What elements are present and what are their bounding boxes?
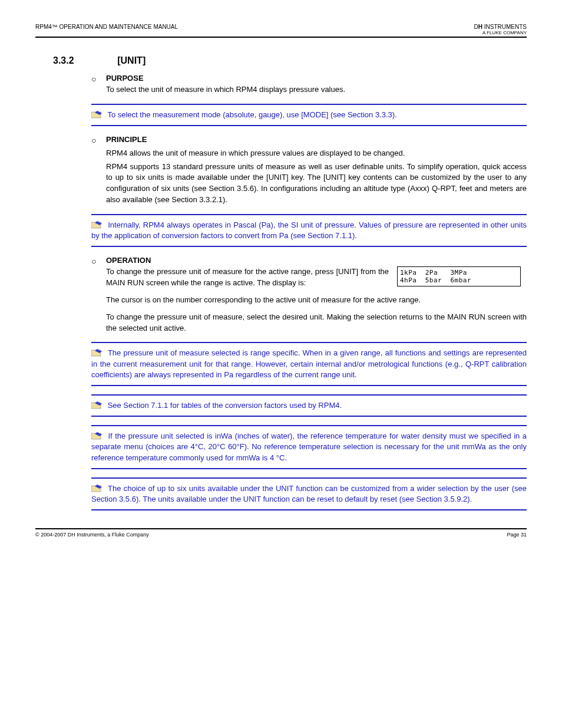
section-heading: 3.3.2 [UNIT] [53,55,527,66]
bullet-icon: ○ [91,134,106,206]
header-left: RPM4™ OPERATION AND MAINTENANCE MANUAL [35,24,178,35]
note-1-text: To select the measurement mode (absolute… [107,110,396,119]
header-right-line2: A FLUKE COMPANY [474,30,527,35]
operation-label: OPERATION [106,256,151,265]
operation-block: ○ OPERATION 1kPa 2Pa 3MPa 4hPa 5bar 6mba… [91,255,527,334]
operation-p3: To change the pressure unit of measure, … [106,312,527,334]
content: ○ PURPOSE To select the unit of measure … [91,73,527,510]
note-4-suffix: factors used by RPM4. [262,401,342,410]
purpose-label: PURPOSE [106,74,144,83]
note-icon [91,483,104,493]
note-2: Internally, RPM4 always operates in Pasc… [91,214,527,247]
page-header: RPM4™ OPERATION AND MAINTENANCE MANUAL D… [35,24,527,38]
screen-line1: 1kPa 2Pa 3MPa [400,269,467,276]
note-4-em: conversion [225,401,262,410]
principle-label: PRINCIPLE [106,135,147,144]
note-5-text: If the pressure unit selected is inWa (i… [91,431,527,462]
header-right-line1: DH INSTRUMENTS [474,24,527,30]
purpose-body: PURPOSE To select the unit of measure in… [106,73,527,95]
principle-p2: RPM4 supports 13 standard pressure units… [106,162,527,206]
purpose-text: To select the unit of measure in which R… [106,85,345,94]
note-icon [91,110,104,119]
screen-float: 1kPa 2Pa 3MPa 4hPa 5bar 6mbar [397,266,527,288]
principle-block: ○ PRINCIPLE RPM4 allows the unit of meas… [91,134,527,206]
page-footer: © 2004-2007 DH Instruments, a Fluke Comp… [35,528,527,538]
screen-line2: 4hPa 5bar 6mbar [400,276,471,284]
note-6-text: The choice of up to six units available … [91,484,527,503]
note-3: The pressure unit of measure selected is… [91,342,527,386]
footer-copyright: © 2004-2007 DH Instruments, a Fluke Comp… [35,532,149,538]
operation-p2: The cursor is on the number correspondin… [106,295,527,306]
note-3-text: The pressure unit of measure selected is… [91,348,527,378]
note-icon [91,348,104,357]
purpose-block: ○ PURPOSE To select the unit of measure … [91,73,527,95]
note-4: See Section 7.1.1 for tables of the conv… [91,394,527,417]
header-right: DH INSTRUMENTS A FLUKE COMPANY [474,24,527,35]
note-5: If the pressure unit selected is inWa (i… [91,425,527,469]
footer-page: Page 31 [507,532,527,538]
note-icon [91,220,104,229]
note-1: To select the measurement mode (absolute… [91,104,527,126]
note-icon [91,431,104,440]
bullet-icon: ○ [91,73,106,95]
operation-body: OPERATION 1kPa 2Pa 3MPa 4hPa 5bar 6mbar … [106,255,527,334]
page-container: RPM4™ OPERATION AND MAINTENANCE MANUAL D… [0,0,562,555]
section-number: 3.3.2 [53,55,74,65]
bullet-icon: ○ [91,255,106,334]
principle-p1: RPM4 allows the unit of measure in which… [106,148,527,159]
section-title: [UNIT] [117,55,146,65]
principle-body: PRINCIPLE RPM4 allows the unit of measur… [106,134,527,206]
note-2-text: Internally, RPM4 always operates in Pasc… [91,220,527,240]
screen-output: 1kPa 2Pa 3MPa 4hPa 5bar 6mbar [397,266,521,286]
note-4-prefix: See Section 7.1.1 for tables of the [108,401,225,410]
note-icon [91,400,104,410]
note-6: The choice of up to six units available … [91,477,527,510]
